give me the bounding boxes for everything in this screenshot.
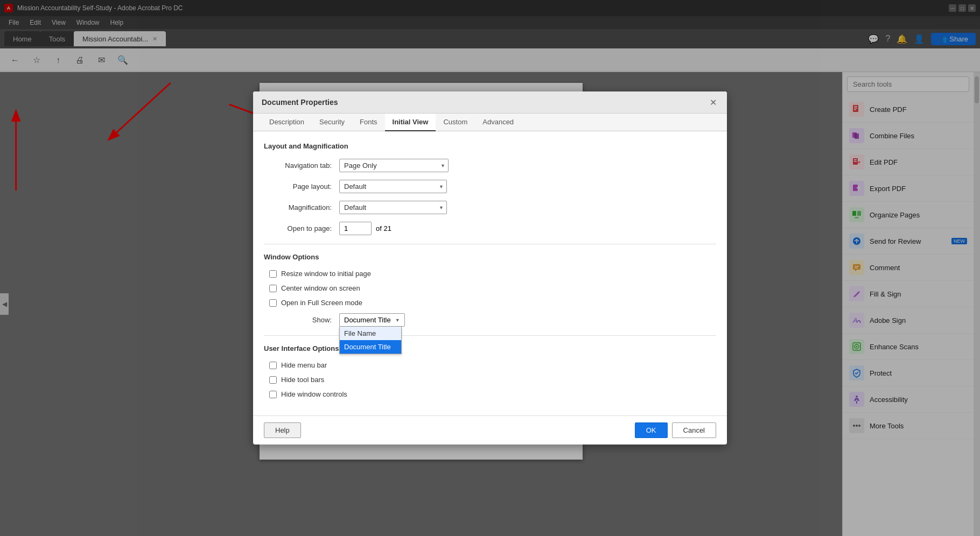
page-layout-row: Page layout: Default Single Page Single … [264, 180, 716, 193]
layout-section-title: Layout and Magnification [264, 142, 716, 150]
navigation-tab-row: Navigation tab: Page Only Bookmarks Pane… [264, 159, 716, 172]
navigation-tab-select-wrapper: Page Only Bookmarks Panel and Page Pages… [339, 159, 449, 172]
section-divider-2 [264, 335, 716, 336]
help-button[interactable]: Help [264, 422, 301, 438]
show-option-doctitle[interactable]: Document Title [340, 340, 401, 354]
hide-window-controls-checkbox[interactable] [269, 391, 277, 398]
ui-options-title: User Interface Options [264, 344, 716, 352]
magnification-label: Magnification: [264, 203, 339, 211]
tab-description[interactable]: Description [262, 114, 312, 131]
hide-window-controls-label: Hide window controls [281, 390, 347, 398]
show-dropdown-wrapper: Document Title ▼ File Name Document Titl… [339, 313, 405, 327]
ok-button[interactable]: OK [635, 422, 668, 438]
page-layout-select[interactable]: Default Single Page Single Page Continuo… [339, 180, 447, 193]
resize-window-row: Resize window to initial page [264, 270, 716, 278]
navigation-tab-select[interactable]: Page Only Bookmarks Panel and Page Pages… [339, 159, 449, 172]
magnification-select[interactable]: Default Fit Page Fit Width 100% [339, 201, 447, 214]
dialog-header: Document Properties ✕ [253, 91, 727, 114]
open-to-page-row: Open to page: of 21 [264, 222, 716, 235]
tab-fonts[interactable]: Fonts [352, 114, 385, 131]
tab-security[interactable]: Security [312, 114, 352, 131]
show-label: Show: [264, 316, 339, 324]
open-to-page-input[interactable] [339, 222, 372, 235]
resize-window-checkbox[interactable] [269, 270, 277, 278]
show-dropdown-arrow: ▼ [395, 318, 400, 323]
fullscreen-checkbox[interactable] [269, 299, 277, 307]
show-field-row: Show: Document Title ▼ File Name Documen… [264, 313, 716, 327]
magnification-row: Magnification: Default Fit Page Fit Widt… [264, 201, 716, 214]
dialog-overlay: Document Properties ✕ Description Securi… [0, 0, 980, 536]
window-options-title: Window Options [264, 253, 716, 261]
fullscreen-row: Open in Full Screen mode [264, 299, 716, 307]
section-divider-1 [264, 244, 716, 244]
page-layout-label: Page layout: [264, 182, 339, 191]
show-select-display[interactable]: Document Title ▼ [339, 313, 405, 327]
dialog-title: Document Properties [262, 98, 338, 107]
cancel-button[interactable]: Cancel [672, 422, 716, 438]
document-properties-dialog: Document Properties ✕ Description Securi… [253, 91, 727, 445]
dialog-body: Layout and Magnification Navigation tab:… [253, 131, 727, 415]
show-dropdown-options: File Name Document Title [339, 327, 402, 354]
tab-custom[interactable]: Custom [436, 114, 475, 131]
hide-toolbar-checkbox[interactable] [269, 376, 277, 384]
dialog-close-button[interactable]: ✕ [708, 97, 718, 108]
open-to-page-label: Open to page: [264, 224, 339, 232]
hide-menu-bar-row: Hide menu bar [264, 361, 716, 369]
hide-window-controls-row: Hide window controls [264, 390, 716, 398]
hide-toolbar-row: Hide tool bars [264, 376, 716, 384]
center-window-row: Center window on screen [264, 284, 716, 292]
center-window-checkbox[interactable] [269, 285, 277, 292]
center-window-label: Center window on screen [281, 284, 360, 292]
total-pages-label: of 21 [376, 224, 391, 232]
hide-menu-bar-label: Hide menu bar [281, 361, 327, 369]
navigation-tab-label: Navigation tab: [264, 161, 339, 170]
resize-window-label: Resize window to initial page [281, 270, 371, 278]
fullscreen-label: Open in Full Screen mode [281, 299, 362, 307]
dialog-tabs: Description Security Fonts Initial View … [253, 114, 727, 131]
footer-buttons: OK Cancel [635, 422, 716, 438]
hide-toolbar-label: Hide tool bars [281, 376, 324, 384]
hide-menu-bar-checkbox[interactable] [269, 362, 277, 369]
show-option-filename[interactable]: File Name [340, 327, 401, 340]
tab-initial-view[interactable]: Initial View [385, 114, 436, 131]
tab-advanced[interactable]: Advanced [475, 114, 521, 131]
page-layout-select-wrapper: Default Single Page Single Page Continuo… [339, 180, 447, 193]
magnification-select-wrapper: Default Fit Page Fit Width 100% [339, 201, 447, 214]
dialog-footer: Help OK Cancel [253, 415, 727, 445]
